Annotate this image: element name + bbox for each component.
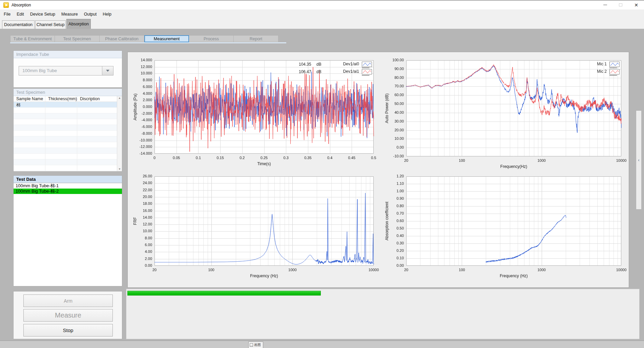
table-scrollbar[interactable]: ▲ ▼: [117, 96, 122, 171]
table-empty-row: [14, 131, 117, 136]
top-tab-absorption[interactable]: Absorption: [66, 19, 91, 29]
impedance-tube-header: Impendace Tube: [14, 51, 122, 58]
bottom-tab-draw[interactable]: 画图: [248, 342, 263, 348]
maximize-icon: [619, 3, 622, 6]
stop-button[interactable]: Stop: [23, 324, 113, 336]
table-empty-row: [14, 108, 117, 113]
impedance-tube-group: Impendace Tube 100mm Big Tube: [13, 50, 122, 88]
table-empty-row: [14, 154, 117, 159]
drawing-icon: [250, 343, 253, 347]
table-empty-row: [14, 119, 117, 125]
menu-measure[interactable]: Measure: [58, 10, 81, 18]
table-empty-row: [14, 136, 117, 142]
table-empty-row: [14, 142, 117, 148]
column-header-sample-name: Sample Name: [14, 96, 45, 102]
menu-file[interactable]: File: [1, 10, 14, 18]
progress-bar: [127, 291, 321, 296]
charts-canvas: [128, 52, 629, 287]
tab-tube-environment[interactable]: Tube & Environment: [10, 35, 55, 42]
test-specimen-table: Sample NameThickness(mm)Discription棉 ▲ ▼: [14, 96, 122, 171]
measure-button[interactable]: Measure: [23, 309, 113, 322]
list-item[interactable]: 100mm Big Tube-棉-1: [14, 183, 122, 189]
menu-device-setup[interactable]: Device Setup: [27, 10, 58, 18]
column-header-thickness-mm: Thickness(mm): [45, 96, 77, 102]
minimize-icon: [603, 5, 607, 5]
list-item[interactable]: 100mm Big Tube-棉-2: [14, 189, 122, 194]
table-row[interactable]: 棉: [14, 102, 117, 108]
charts-panel: [127, 52, 629, 288]
table-cell: [77, 102, 117, 107]
bottom-tab-label: 画图: [254, 343, 261, 347]
maximize-button[interactable]: [613, 0, 628, 9]
table-empty-row: [14, 148, 117, 154]
table-empty-row: [14, 113, 117, 119]
menu-bar: FileEditDevice SetupMeasureOutputHelp: [0, 9, 644, 19]
top-tab-channel-setup[interactable]: Channel Setup: [35, 20, 66, 29]
tab-report[interactable]: Report: [234, 35, 278, 42]
tab-test-specimen[interactable]: Test Specimen: [55, 35, 100, 42]
scroll-down-icon[interactable]: ▼: [117, 168, 122, 171]
chevron-left-icon: ‹: [638, 158, 640, 162]
tab-phase-calibration[interactable]: Phase Calibration: [100, 35, 144, 42]
bottom-panel: [126, 289, 640, 339]
menu-output[interactable]: Output: [81, 10, 100, 18]
table-empty-row: [14, 165, 117, 171]
minimize-button[interactable]: [597, 0, 613, 9]
app-icon: [3, 2, 9, 8]
table-header-row: Sample NameThickness(mm)Discription: [14, 96, 117, 102]
tube-select-combobox[interactable]: 100mm Big Tube: [19, 66, 113, 75]
top-tab-bar: DocumentationChannel SetupAbsorption: [0, 19, 644, 29]
close-icon: ✕: [634, 3, 638, 7]
table-cell: [45, 102, 77, 107]
tab-process[interactable]: Process: [189, 35, 234, 42]
test-specimen-header: Test Specimen: [14, 89, 122, 96]
progress-fill: [128, 291, 320, 295]
section-tab-bar: Tube & EnvironmentTest SpecimenPhase Cal…: [10, 35, 278, 42]
table-empty-row: [14, 125, 117, 131]
menu-edit[interactable]: Edit: [14, 10, 27, 18]
table-cell: 棉: [14, 102, 45, 107]
column-header-discription: Discription: [77, 96, 117, 102]
chevron-down-icon[interactable]: [102, 66, 113, 75]
collapse-panel-handle[interactable]: ‹: [636, 110, 642, 210]
test-specimen-rows: Sample NameThickness(mm)Discription棉: [14, 96, 117, 171]
application-window: Absorption ✕ FileEditDevice SetupMeasure…: [0, 0, 644, 348]
tab-underline: [10, 42, 286, 43]
tube-select-value: 100mm Big Tube: [19, 66, 102, 75]
window-controls: ✕: [597, 0, 644, 9]
tab-measurement[interactable]: Measurement: [144, 35, 189, 42]
test-data-header: Test Data: [13, 175, 122, 183]
arm-button[interactable]: Arm: [23, 295, 113, 307]
window-title: Absorption: [12, 3, 31, 7]
menu-help[interactable]: Help: [100, 10, 115, 18]
close-button[interactable]: ✕: [628, 0, 644, 9]
table-empty-row: [14, 159, 117, 165]
top-tab-documentation[interactable]: Documentation: [2, 20, 35, 29]
test-data-list: 100mm Big Tube-棉-1100mm Big Tube-棉-2: [13, 183, 122, 286]
title-bar: Absorption ✕: [0, 0, 644, 9]
scroll-up-icon[interactable]: ▲: [117, 96, 122, 100]
action-button-group: Arm Measure Stop: [13, 291, 122, 339]
test-specimen-group: Test Specimen Sample NameThickness(mm)Di…: [13, 88, 122, 172]
bottom-strip: [0, 341, 644, 348]
